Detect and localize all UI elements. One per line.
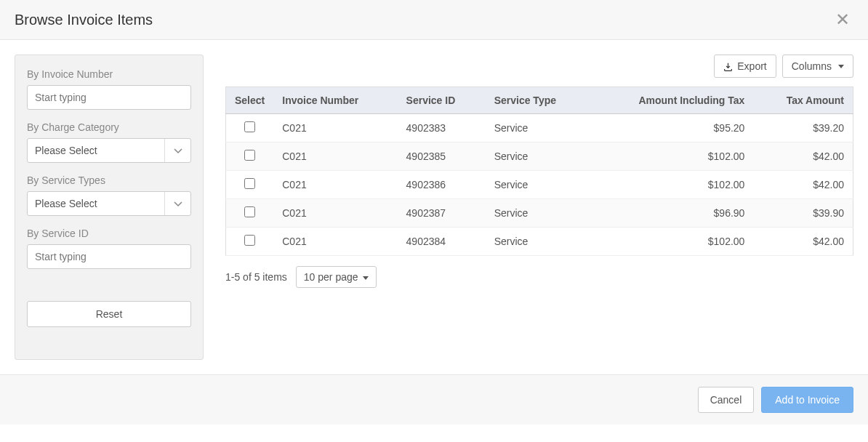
service-types-select[interactable]: Please Select	[27, 191, 191, 216]
table-row: C0214902385Service$102.00$42.00	[226, 142, 853, 171]
per-page-dropdown[interactable]: 10 per page	[296, 266, 377, 288]
table-row: C0214902386Service$102.00$42.00	[226, 171, 853, 199]
invoice-number-input[interactable]	[27, 85, 191, 110]
cell-service-type: Service	[486, 114, 590, 142]
chevron-down-icon	[164, 192, 190, 215]
modal-body: By Invoice Number By Charge Category Ple…	[0, 40, 868, 374]
filter-service-types-label: By Service Types	[27, 174, 191, 186]
table-header-row: Select Invoice Number Service ID Service…	[226, 87, 853, 114]
cell-invoice-number: C021	[273, 114, 397, 142]
filter-charge-category-label: By Charge Category	[27, 121, 191, 133]
cell-select	[226, 228, 274, 256]
row-checkbox[interactable]	[244, 206, 255, 217]
cell-service-type: Service	[486, 228, 590, 256]
charge-category-select[interactable]: Please Select	[27, 138, 191, 163]
main-content: Export Columns Select Invoice Number Ser…	[225, 55, 853, 360]
modal-header: Browse Invoice Items ✕	[0, 0, 868, 40]
cell-tax-amount: $39.20	[753, 114, 853, 142]
add-to-invoice-button[interactable]: Add to Invoice	[761, 387, 853, 413]
row-checkbox[interactable]	[244, 121, 255, 132]
charge-category-value: Please Select	[28, 139, 164, 162]
cell-amount-incl-tax: $95.20	[590, 114, 753, 142]
reset-button[interactable]: Reset	[27, 301, 191, 327]
caret-down-icon	[363, 276, 369, 280]
caret-down-icon	[838, 65, 844, 68]
cell-service-id: 4902386	[398, 171, 486, 199]
cancel-button[interactable]: Cancel	[698, 387, 755, 413]
chevron-down-icon	[164, 139, 190, 162]
modal-footer: Cancel Add to Invoice	[0, 374, 868, 425]
table-row: C0214902384Service$102.00$42.00	[226, 228, 853, 256]
close-button[interactable]: ✕	[832, 11, 853, 28]
col-tax-amount: Tax Amount	[753, 87, 853, 114]
cell-tax-amount: $39.90	[753, 199, 853, 228]
cell-amount-incl-tax: $102.00	[590, 171, 753, 199]
cell-service-type: Service	[486, 199, 590, 228]
cell-service-id: 4902384	[398, 228, 486, 256]
cell-select	[226, 142, 274, 171]
cell-service-id: 4902385	[398, 142, 486, 171]
cell-tax-amount: $42.00	[753, 142, 853, 171]
cell-tax-amount: $42.00	[753, 228, 853, 256]
service-types-value: Please Select	[28, 192, 164, 215]
cell-invoice-number: C021	[273, 199, 397, 228]
columns-button[interactable]: Columns	[782, 55, 853, 78]
cell-invoice-number: C021	[273, 142, 397, 171]
export-button[interactable]: Export	[714, 55, 776, 78]
col-invoice-number: Invoice Number	[273, 87, 397, 114]
col-amount-incl-tax: Amount Including Tax	[590, 87, 753, 114]
export-label: Export	[737, 60, 766, 72]
cell-service-type: Service	[486, 142, 590, 171]
filter-charge-category: By Charge Category Please Select	[27, 121, 191, 163]
row-checkbox[interactable]	[244, 178, 255, 189]
cell-amount-incl-tax: $102.00	[590, 228, 753, 256]
download-icon	[723, 60, 733, 72]
col-select: Select	[226, 87, 274, 114]
filter-invoice-number: By Invoice Number	[27, 68, 191, 110]
table-row: C0214902383Service$95.20$39.20	[226, 114, 853, 142]
filter-service-id-label: By Service ID	[27, 228, 191, 239]
cell-tax-amount: $42.00	[753, 171, 853, 199]
cell-service-id: 4902383	[398, 114, 486, 142]
columns-label: Columns	[792, 60, 832, 72]
cell-amount-incl-tax: $96.90	[590, 199, 753, 228]
cell-select	[226, 171, 274, 199]
cell-select	[226, 114, 274, 142]
filter-panel: By Invoice Number By Charge Category Ple…	[15, 55, 204, 360]
filter-service-types: By Service Types Please Select	[27, 174, 191, 216]
cell-invoice-number: C021	[273, 228, 397, 256]
col-service-type: Service Type	[486, 87, 590, 114]
filter-invoice-number-label: By Invoice Number	[27, 68, 191, 80]
invoice-items-table: Select Invoice Number Service ID Service…	[225, 87, 853, 256]
service-id-input[interactable]	[27, 244, 191, 269]
col-service-id: Service ID	[398, 87, 486, 114]
cell-select	[226, 199, 274, 228]
table-footer: 1-5 of 5 items 10 per page	[225, 266, 853, 288]
cell-invoice-number: C021	[273, 171, 397, 199]
pagination-summary: 1-5 of 5 items	[225, 271, 287, 283]
filter-service-id: By Service ID	[27, 228, 191, 269]
cell-service-id: 4902387	[398, 199, 486, 228]
per-page-label: 10 per page	[304, 271, 358, 283]
row-checkbox[interactable]	[244, 150, 255, 161]
cell-service-type: Service	[486, 171, 590, 199]
modal-title: Browse Invoice Items	[15, 12, 153, 28]
toolbar: Export Columns	[225, 55, 853, 78]
table-row: C0214902387Service$96.90$39.90	[226, 199, 853, 228]
close-icon: ✕	[835, 9, 850, 29]
cell-amount-incl-tax: $102.00	[590, 142, 753, 171]
row-checkbox[interactable]	[244, 235, 255, 246]
